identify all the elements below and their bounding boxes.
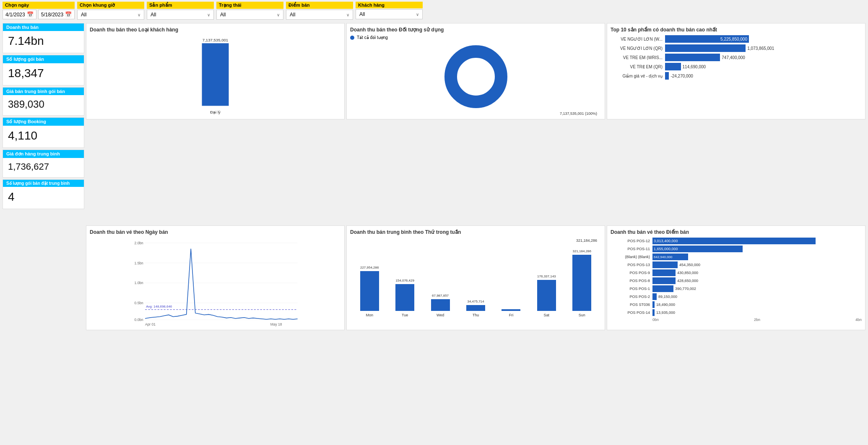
pos-bar-3 bbox=[652, 261, 678, 268]
top10-label-4: Giảm giá vé - dịch vụ bbox=[611, 74, 665, 78]
metric-revenue-value: 7.14bn bbox=[3, 31, 84, 53]
top10-value-4: -24,270,000 bbox=[670, 74, 693, 78]
pos-bar-6 bbox=[652, 285, 673, 292]
weekly-chart: Doanh thu bán trung bình theo Thứ trong … bbox=[346, 225, 605, 330]
pos-bar-9 bbox=[652, 309, 655, 316]
metric-booking-label: Số lượng Booking bbox=[3, 118, 84, 126]
metric-packages-label: Số lượng gói bán bbox=[3, 55, 84, 63]
pos-value-8: 18,490,000 bbox=[656, 303, 675, 307]
pos-bar-0: 3,013,400,000 bbox=[652, 238, 816, 244]
metric-avg-order: Giá đơn hàng trung bình 1,736,627 bbox=[3, 150, 84, 178]
date-filter-label: Chọn ngày bbox=[3, 2, 75, 9]
top10-value-2: 747,400,000 bbox=[722, 55, 745, 60]
customer-label: Khách hàng bbox=[356, 2, 423, 8]
pos-value-6: 390,770,002 bbox=[675, 287, 696, 291]
weekly-top-label: 321,184,286 bbox=[576, 238, 597, 243]
metric-revenue-label: Doanh thu bán bbox=[3, 23, 84, 31]
pos-x-axis: 0bn 2bn 4bn bbox=[611, 318, 862, 322]
metric-booking-value: 4,110 bbox=[3, 126, 84, 147]
metric-booking: Số lượng Booking 4,110 bbox=[3, 117, 84, 148]
metric-avg-packages-label: Số lượng gói bán đặt trung bình bbox=[3, 180, 84, 187]
pos-x-0: 0bn bbox=[652, 318, 659, 322]
timeframe-value: All bbox=[81, 12, 86, 18]
weekly-bar-mon bbox=[360, 271, 379, 311]
customer-filter-group: Khách hàng All ∨ bbox=[356, 2, 423, 20]
top10-bar-0: 5,225,850,000 bbox=[665, 35, 749, 43]
pos-value-inside-2: 642,940,000 bbox=[652, 255, 674, 259]
date-to-input[interactable]: 5/18/2023 📅 bbox=[38, 10, 75, 19]
donut-chart: Doanh thu bán theo Đối tượng sử dụng Tất… bbox=[346, 23, 605, 119]
metric-packages: Số lượng gói bán 18,347 bbox=[3, 55, 84, 85]
status-value: All bbox=[220, 12, 226, 18]
weekly-col-wed: 67,987,857 Wed bbox=[431, 294, 450, 317]
pos-value-3: 454,350,000 bbox=[679, 263, 700, 267]
timeframe-label: Chọn khung giờ bbox=[77, 2, 144, 9]
daily-line-title: Doanh thu bán vé theo Ngày bán bbox=[90, 229, 341, 235]
date-filter-group: Chọn ngày 4/1/2023 📅 5/18/2023 📅 bbox=[3, 2, 75, 20]
customer-value: All bbox=[359, 11, 365, 17]
svg-text:Apr 01: Apr 01 bbox=[145, 322, 156, 326]
top10-item-3: VÉ TRẺ EM (QR) 114,690,000 bbox=[611, 63, 862, 70]
pos-item-9: POS POS-14 13,935,000 bbox=[611, 309, 862, 316]
product-select[interactable]: All ∨ bbox=[147, 10, 214, 20]
pos-value-7: 89,150,000 bbox=[658, 295, 677, 299]
weekly-bar-thu bbox=[466, 305, 485, 311]
top10-label-0: VÉ NGƯỜI LỚN (W... bbox=[611, 37, 665, 41]
pos-bar-1: 1,655,000,000 bbox=[652, 246, 743, 252]
customer-select[interactable]: All ∨ bbox=[356, 9, 423, 19]
weekly-col-mon: 227,954,286 Mon bbox=[360, 266, 379, 317]
pos-label-3: POS POS-13 bbox=[611, 263, 652, 267]
top10-title: Top 10 sản phẩm có doanh thu bán cao nhấ… bbox=[611, 27, 862, 33]
pos-label-6: POS POS-1 bbox=[611, 287, 652, 291]
svg-text:0.0bn: 0.0bn bbox=[135, 318, 143, 322]
pos-label-0: POS POS-12 bbox=[611, 239, 652, 243]
product-filter-group: Sản phẩm All ∨ bbox=[147, 2, 214, 20]
chevron-down-icon: ∨ bbox=[416, 12, 419, 17]
pos-select[interactable]: All ∨ bbox=[286, 10, 353, 20]
svg-text:0.5bn: 0.5bn bbox=[135, 301, 143, 305]
svg-rect-1 bbox=[202, 43, 229, 106]
weekly-title: Doanh thu bán trung bình theo Thứ trong … bbox=[350, 229, 601, 235]
pos-x-1: 2bn bbox=[754, 318, 760, 322]
pos-chart: Doanh thu bán vé theo Điểm bán POS POS-1… bbox=[607, 225, 865, 330]
pos-label-4: POS POS-9 bbox=[611, 271, 652, 275]
chevron-down-icon: ∨ bbox=[138, 13, 140, 17]
pos-bar-2: 642,940,000 bbox=[652, 254, 688, 260]
svg-text:Đại lý: Đại lý bbox=[210, 110, 221, 114]
top10-bar-2 bbox=[665, 54, 720, 61]
timeframe-select[interactable]: All ∨ bbox=[77, 10, 144, 20]
weekly-day-mon: Mon bbox=[366, 313, 373, 317]
weekly-col-fri: Fri bbox=[502, 308, 520, 317]
weekly-value-sat: 176,337,143 bbox=[537, 274, 556, 278]
pos-item-7: POS POS-2 89,150,000 bbox=[611, 293, 862, 300]
timeframe-filter-group: Chọn khung giờ All ∨ bbox=[77, 2, 144, 20]
metric-avg-price-value: 389,030 bbox=[3, 95, 84, 115]
svg-point-4 bbox=[463, 64, 489, 89]
top10-item-2: VE TRE EM (WRIS... 747,400,000 bbox=[611, 54, 862, 61]
svg-text:2.0bn: 2.0bn bbox=[135, 241, 143, 245]
date-from-input[interactable]: 4/1/2023 📅 bbox=[3, 10, 36, 19]
top10-label-2: VE TRE EM (WRIS... bbox=[611, 55, 665, 60]
top10-value-1: 1,073,865,001 bbox=[747, 46, 774, 51]
metric-avg-price-label: Giá bán trung bình gói bán bbox=[3, 88, 84, 95]
pos-value: All bbox=[290, 12, 295, 18]
pos-label-7: POS POS-2 bbox=[611, 295, 652, 299]
svg-text:Avg: 148,698,646: Avg: 148,698,646 bbox=[146, 305, 172, 308]
customer-type-chart: Doanh thu bán theo Loại khách hàng 7,137… bbox=[86, 23, 345, 119]
daily-line-chart: Doanh thu bán vé theo Ngày bán 2.0bn 1.5… bbox=[86, 225, 345, 330]
pos-item-0: POS POS-12 3,013,400,000 bbox=[611, 238, 862, 244]
weekly-bar-sat bbox=[537, 280, 556, 311]
weekly-value-sun: 321,184,286 bbox=[572, 249, 591, 253]
top10-label-3: VÉ TRẺ EM (QR) bbox=[611, 65, 665, 69]
top10-bar-3 bbox=[665, 63, 681, 70]
pos-label-2: (Blank) (Blank) bbox=[611, 255, 652, 259]
top-charts-grid: Doanh thu bán theo Loại khách hàng 7,137… bbox=[86, 23, 865, 224]
status-select[interactable]: All ∨ bbox=[216, 10, 283, 20]
weekly-day-wed: Wed bbox=[437, 313, 444, 317]
pos-label-9: POS POS-14 bbox=[611, 310, 652, 315]
svg-text:7,137,535,001: 7,137,535,001 bbox=[203, 38, 228, 42]
status-filter-group: Trạng thái All ∨ bbox=[216, 2, 283, 20]
date-to-value: 5/18/2023 bbox=[41, 12, 63, 18]
weekly-value-thu: 34,475,714 bbox=[467, 300, 484, 303]
status-label: Trạng thái bbox=[216, 2, 283, 9]
